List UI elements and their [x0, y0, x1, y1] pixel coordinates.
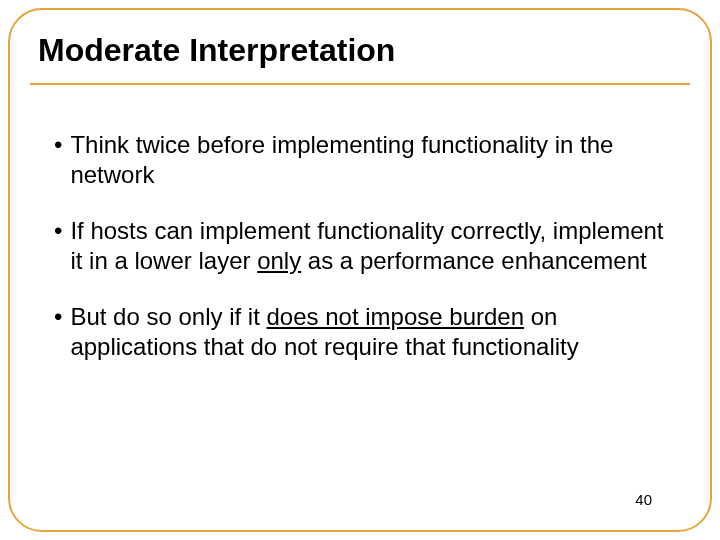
- bullet-text-underline: does not impose burden: [267, 303, 525, 330]
- bullet-item: • If hosts can implement functionality c…: [54, 216, 666, 276]
- bullet-text-pre: Think twice before implementing function…: [70, 131, 613, 188]
- slide-frame: Moderate Interpretation • Think twice be…: [8, 8, 712, 532]
- bullet-marker: •: [54, 302, 62, 362]
- bullet-text-pre: But do so only if it: [70, 303, 266, 330]
- bullet-text-underline: only: [257, 247, 301, 274]
- bullet-marker: •: [54, 130, 62, 190]
- slide-title: Moderate Interpretation: [38, 32, 682, 69]
- title-container: Moderate Interpretation: [30, 26, 690, 85]
- bullet-text-post: as a performance enhancement: [301, 247, 647, 274]
- page-number: 40: [635, 491, 652, 508]
- bullet-text: If hosts can implement functionality cor…: [70, 216, 666, 276]
- bullet-marker: •: [54, 216, 62, 276]
- bullet-text: But do so only if it does not impose bur…: [70, 302, 666, 362]
- bullet-item: • But do so only if it does not impose b…: [54, 302, 666, 362]
- bullet-text: Think twice before implementing function…: [70, 130, 666, 190]
- slide-body: • Think twice before implementing functi…: [54, 130, 666, 480]
- bullet-item: • Think twice before implementing functi…: [54, 130, 666, 190]
